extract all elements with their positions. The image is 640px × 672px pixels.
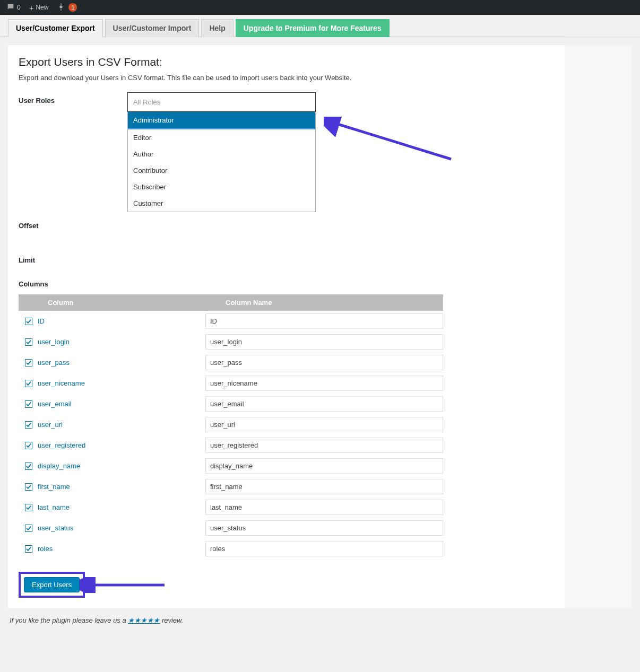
role-option-author[interactable]: Author — [128, 146, 315, 162]
page-title: Export Users in CSV Format: — [19, 56, 621, 68]
roles-input[interactable]: All Roles — [127, 92, 316, 112]
column-name-input[interactable] — [205, 541, 443, 556]
column-checkbox[interactable] — [25, 380, 32, 387]
row-user-roles: User Roles All Roles AdministratorEditor… — [19, 92, 621, 212]
column-name-input[interactable] — [205, 520, 443, 536]
table-row: user_url — [19, 414, 443, 435]
comment-count: 0 — [17, 4, 21, 11]
ghost-overlay — [565, 15, 640, 632]
column-label[interactable]: user_status — [38, 524, 73, 532]
column-checkbox[interactable] — [25, 318, 32, 325]
roles-dropdown: AdministratorEditorAuthorContributorSubs… — [127, 112, 316, 212]
column-name-input[interactable] — [205, 355, 443, 370]
tab-premium[interactable]: Upgrade to Premium for More Features — [236, 19, 390, 37]
nav-tabs: User/Customer Export User/Customer Impor… — [0, 15, 640, 37]
new-content-menu[interactable]: + New — [27, 0, 51, 15]
column-checkbox[interactable] — [25, 442, 32, 449]
limit-label: Limit — [19, 256, 127, 264]
role-option-administrator[interactable]: Administrator — [128, 112, 315, 129]
column-checkbox[interactable] — [25, 504, 32, 511]
row-limit: Limit — [19, 256, 621, 264]
column-checkbox[interactable] — [25, 359, 32, 366]
footer-post: review. — [160, 616, 183, 624]
page-desc: Export and download your Users in CSV fo… — [19, 74, 621, 82]
table-row: first_name — [19, 476, 443, 497]
column-name-input[interactable] — [205, 313, 443, 329]
column-checkbox[interactable] — [25, 421, 32, 429]
seo-icon — [57, 3, 65, 13]
column-name-input[interactable] — [205, 396, 443, 412]
columns-table: Column Column Name IDuser_loginuser_pass… — [19, 294, 443, 559]
column-name-input[interactable] — [205, 479, 443, 494]
column-label[interactable]: display_name — [38, 462, 80, 470]
tab-export[interactable]: User/Customer Export — [8, 19, 103, 37]
export-users-button[interactable]: Export Users — [24, 577, 80, 592]
offset-label: Offset — [19, 222, 127, 230]
footer-stars-link[interactable]: ★★★★★ — [128, 616, 160, 624]
row-offset: Offset — [19, 222, 621, 230]
column-name-input[interactable] — [205, 458, 443, 474]
column-label[interactable]: user_url — [38, 421, 63, 429]
user-roles-label: User Roles — [19, 92, 127, 104]
column-name-input[interactable] — [205, 376, 443, 391]
column-label[interactable]: user_login — [38, 338, 70, 346]
plus-icon: + — [29, 3, 34, 12]
column-name-input[interactable] — [205, 500, 443, 515]
wp-admin-bar: 0 + New 1 — [0, 0, 640, 15]
table-row: user_status — [19, 518, 443, 538]
column-name-input[interactable] — [205, 334, 443, 350]
column-label[interactable]: user_registered — [38, 441, 85, 449]
seo-menu[interactable]: 1 — [55, 0, 79, 15]
column-label[interactable]: ID — [38, 317, 45, 325]
column-label[interactable]: user_pass — [38, 359, 70, 366]
svg-point-0 — [60, 5, 63, 8]
role-option-editor[interactable]: Editor — [128, 129, 315, 146]
new-label: New — [36, 4, 48, 11]
column-name-input[interactable] — [205, 417, 443, 432]
footer-pre: If you like the plugin please leave us a — [10, 616, 128, 624]
comment-icon — [6, 3, 15, 13]
tab-help[interactable]: Help — [201, 19, 233, 37]
column-checkbox[interactable] — [25, 400, 32, 408]
table-row: last_name — [19, 497, 443, 518]
annotation-arrow-export — [80, 577, 170, 593]
header-column-name: Column Name — [204, 299, 272, 307]
table-row: roles — [19, 538, 443, 559]
table-row: user_login — [19, 331, 443, 352]
table-row: display_name — [19, 456, 443, 476]
column-label[interactable]: user_email — [38, 400, 72, 408]
role-option-customer[interactable]: Customer — [128, 195, 315, 212]
export-panel: Export Users in CSV Format: Export and d… — [8, 45, 632, 608]
table-row: user_registered — [19, 435, 443, 456]
export-button-highlight: Export Users — [19, 572, 85, 598]
comments-menu[interactable]: 0 — [4, 0, 23, 15]
column-label[interactable]: first_name — [38, 483, 70, 491]
table-row: ID — [19, 311, 443, 331]
footer-note: If you like the plugin please leave us a… — [10, 616, 630, 624]
column-label[interactable]: last_name — [38, 503, 70, 511]
notif-badge: 1 — [68, 3, 77, 12]
role-option-contributor[interactable]: Contributor — [128, 162, 315, 179]
column-name-input[interactable] — [205, 438, 443, 453]
header-column: Column — [19, 299, 204, 307]
role-option-subscriber[interactable]: Subscriber — [128, 179, 315, 195]
roles-select[interactable]: All Roles AdministratorEditorAuthorContr… — [127, 92, 316, 212]
column-checkbox[interactable] — [25, 483, 32, 491]
column-checkbox[interactable] — [25, 525, 32, 532]
column-checkbox[interactable] — [25, 545, 32, 553]
column-label[interactable]: user_nicename — [38, 379, 85, 387]
table-row: user_nicename — [19, 373, 443, 394]
table-row: user_pass — [19, 352, 443, 373]
table-row: user_email — [19, 394, 443, 414]
columns-header: Column Column Name — [19, 294, 443, 311]
column-checkbox[interactable] — [25, 462, 32, 470]
column-checkbox[interactable] — [25, 338, 32, 346]
tab-import[interactable]: User/Customer Import — [105, 19, 200, 37]
columns-heading: Columns — [19, 280, 621, 288]
column-label[interactable]: roles — [38, 545, 53, 553]
